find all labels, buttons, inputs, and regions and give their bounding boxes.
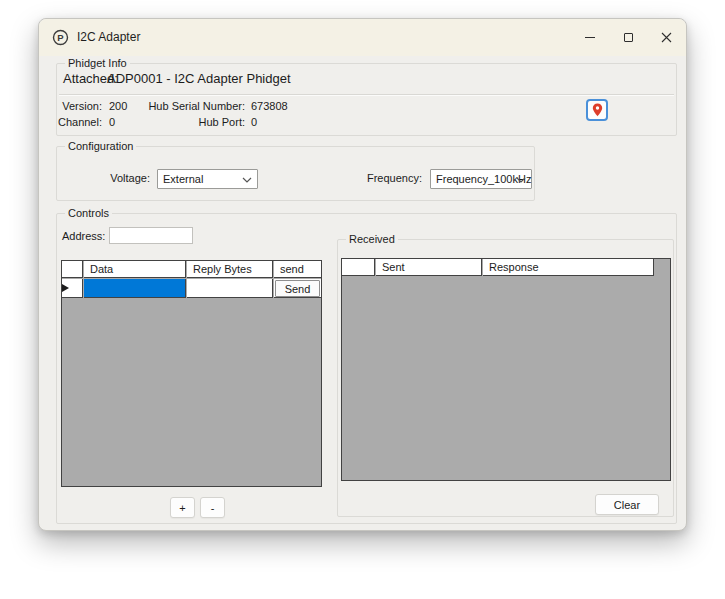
address-label: Address: — [62, 230, 105, 242]
close-button[interactable] — [647, 19, 685, 56]
reply-bytes-cell[interactable] — [187, 279, 273, 298]
address-input[interactable] — [109, 227, 193, 244]
received-group-label: Received — [346, 233, 398, 246]
voltage-dropdown[interactable]: External — [157, 169, 258, 189]
column-header-reply-bytes[interactable]: Reply Bytes — [187, 261, 273, 278]
configuration-group-label: Configuration — [65, 140, 136, 153]
version-label: Version: — [57, 100, 102, 112]
channel-label: Channel: — [57, 116, 102, 128]
controls-group-label: Controls — [65, 207, 112, 220]
minimize-button[interactable] — [571, 19, 609, 56]
column-header-sent[interactable]: Sent — [376, 259, 482, 276]
send-button[interactable]: Send — [275, 280, 320, 297]
row-selector-cell[interactable] — [62, 279, 83, 298]
phidget-info-group: Phidget Info Attached: ADP0001 - I2C Ada… — [56, 63, 677, 136]
frequency-label: Frequency: — [342, 172, 422, 184]
hub-serial-value: 673808 — [251, 100, 288, 112]
minimize-icon — [585, 37, 595, 38]
map-pin-icon — [592, 103, 603, 117]
received-table[interactable]: Sent Response — [341, 258, 671, 481]
maximize-button[interactable] — [609, 19, 647, 56]
close-icon — [661, 32, 672, 43]
send-data-grid[interactable]: Data Reply Bytes send Send — [61, 260, 322, 487]
svg-text:P: P — [57, 32, 64, 43]
frequency-dropdown[interactable]: Frequency_100kHz — [430, 169, 532, 189]
data-cell-selected[interactable] — [84, 279, 186, 298]
voltage-label: Voltage: — [90, 172, 150, 184]
controls-group: Controls Address: Data Reply Bytes send … — [56, 213, 677, 524]
hub-port-label: Hub Port: — [117, 116, 245, 128]
channel-value: 0 — [109, 116, 115, 128]
chevron-down-icon — [242, 177, 252, 183]
maximize-icon — [624, 33, 633, 42]
title-bar[interactable]: P I2C Adapter — [39, 19, 686, 56]
hub-port-value: 0 — [251, 116, 257, 128]
remove-row-button[interactable]: - — [200, 497, 225, 518]
locate-device-button[interactable] — [586, 99, 608, 121]
phidget-info-group-label: Phidget Info — [65, 57, 130, 70]
grid-corner-header — [62, 261, 83, 278]
window-title: I2C Adapter — [77, 19, 140, 56]
column-header-response[interactable]: Response — [483, 259, 654, 276]
phidgets-logo-icon: P — [52, 29, 69, 46]
grid-corner-header — [342, 259, 375, 276]
app-window: P I2C Adapter Phidget Info Attached: ADP… — [38, 18, 687, 531]
column-header-send[interactable]: send — [274, 261, 321, 278]
add-row-button[interactable]: + — [170, 497, 195, 518]
clear-button[interactable]: Clear — [595, 494, 659, 515]
configuration-group: Configuration Voltage: External Frequenc… — [56, 146, 535, 201]
hub-serial-label: Hub Serial Number: — [117, 100, 245, 112]
column-header-data[interactable]: Data — [84, 261, 186, 278]
attached-value: ADP0001 - I2C Adapter Phidget — [107, 71, 291, 86]
received-group: Received Sent Response Clear — [337, 239, 674, 517]
chevron-down-icon — [516, 177, 526, 183]
voltage-selected-value: External — [163, 173, 203, 185]
separator — [59, 94, 674, 96]
current-row-arrow-icon — [62, 284, 69, 292]
